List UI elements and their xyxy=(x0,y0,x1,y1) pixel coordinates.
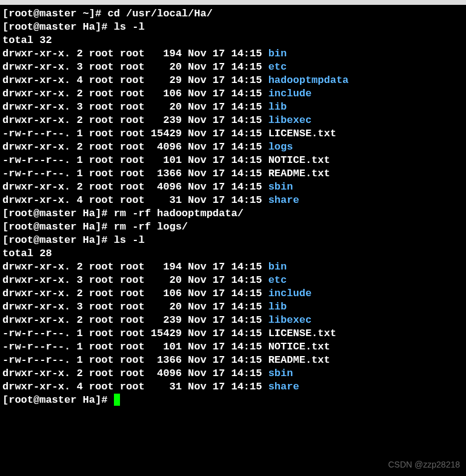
file-permissions: drwxr-xr-x. 2 root root 194 Nov 17 14:15 xyxy=(2,48,268,59)
file-name: README.txt xyxy=(268,168,330,179)
prompt: [root@master Ha]# xyxy=(2,234,114,246)
directory-name: sbin xyxy=(268,368,293,379)
file-permissions: -rw-r--r--. 1 root root 1366 Nov 17 14:1… xyxy=(2,168,268,179)
watermark-text: CSDN @zzp28218 xyxy=(388,458,461,471)
file-permissions: drwxr-xr-x. 4 root root 31 Nov 17 14:15 xyxy=(2,381,268,392)
list-item: drwxr-xr-x. 2 root root 4096 Nov 17 14:1… xyxy=(2,140,464,154)
file-name: NOTICE.txt xyxy=(268,341,330,352)
file-permissions: drwxr-xr-x. 4 root root 31 Nov 17 14:15 xyxy=(2,194,268,206)
directory-name: lib xyxy=(268,101,287,113)
directory-name: libexec xyxy=(268,114,311,126)
directory-name: logs xyxy=(268,141,293,153)
directory-name: etc xyxy=(268,274,287,286)
command-line: [root@master Ha]# rm -rf hadooptmpdata/ xyxy=(2,207,464,220)
file-permissions: drwxr-xr-x. 2 root root 194 Nov 17 14:15 xyxy=(2,261,268,273)
file-permissions: drwxr-xr-x. 2 root root 239 Nov 17 14:15 xyxy=(2,114,268,126)
prompt: [root@master Ha]# xyxy=(2,208,114,219)
terminal-window[interactable]: [root@master ~]# cd /usr/local/Ha/ [root… xyxy=(0,0,466,476)
command-text: rm -rf logs/ xyxy=(114,221,188,233)
list-item: -rw-r--r--. 1 root root 15429 Nov 17 14:… xyxy=(2,327,464,340)
total-line: total 32 xyxy=(2,34,464,47)
file-permissions: drwxr-xr-x. 2 root root 4096 Nov 17 14:1… xyxy=(2,141,268,153)
directory-name: share xyxy=(268,194,299,206)
list-item: drwxr-xr-x. 2 root root 239 Nov 17 14:15… xyxy=(2,114,464,127)
list-item: drwxr-xr-x. 3 root root 20 Nov 17 14:15 … xyxy=(2,300,464,314)
file-permissions: -rw-r--r--. 1 root root 15429 Nov 17 14:… xyxy=(2,328,268,339)
file-listing: drwxr-xr-x. 2 root root 194 Nov 17 14:15… xyxy=(2,260,464,394)
list-item: -rw-r--r--. 1 root root 15429 Nov 17 14:… xyxy=(2,127,464,140)
prompt: [root@master Ha]# xyxy=(2,21,114,33)
command-line: [root@master Ha]# xyxy=(2,394,464,407)
list-item: drwxr-xr-x. 2 root root 239 Nov 17 14:15… xyxy=(2,314,464,327)
file-permissions: -rw-r--r--. 1 root root 101 Nov 17 14:15 xyxy=(2,154,268,166)
file-permissions: -rw-r--r--. 1 root root 1366 Nov 17 14:1… xyxy=(2,354,268,366)
list-item: drwxr-xr-x. 3 root root 20 Nov 17 14:15 … xyxy=(2,101,464,114)
list-item: -rw-r--r--. 1 root root 101 Nov 17 14:15… xyxy=(2,154,464,167)
file-listing: drwxr-xr-x. 2 root root 194 Nov 17 14:15… xyxy=(2,47,464,207)
command-line: [root@master Ha]# ls -l xyxy=(2,234,464,247)
file-permissions: drwxr-xr-x. 3 root root 20 Nov 17 14:15 xyxy=(2,274,268,286)
command-line: [root@master Ha]# rm -rf logs/ xyxy=(2,220,464,234)
prompt: [root@master ~]# xyxy=(2,8,107,19)
command-line: [root@master Ha]# ls -l xyxy=(2,21,464,34)
directory-name: bin xyxy=(268,261,287,273)
directory-name: lib xyxy=(268,301,287,312)
file-name: NOTICE.txt xyxy=(268,154,330,166)
list-item: drwxr-xr-x. 2 root root 4096 Nov 17 14:1… xyxy=(2,180,464,194)
file-permissions: drwxr-xr-x. 3 root root 20 Nov 17 14:15 xyxy=(2,101,268,113)
file-permissions: drwxr-xr-x. 3 root root 20 Nov 17 14:15 xyxy=(2,61,268,73)
directory-name: etc xyxy=(268,61,287,73)
file-permissions: drwxr-xr-x. 2 root root 106 Nov 17 14:15 xyxy=(2,288,268,299)
directory-name: libexec xyxy=(268,314,311,326)
list-item: -rw-r--r--. 1 root root 1366 Nov 17 14:1… xyxy=(2,354,464,367)
list-item: drwxr-xr-x. 4 root root 29 Nov 17 14:15 … xyxy=(2,74,464,87)
file-permissions: drwxr-xr-x. 2 root root 4096 Nov 17 14:1… xyxy=(2,368,268,379)
list-item: -rw-r--r--. 1 root root 1366 Nov 17 14:1… xyxy=(2,167,464,180)
total-line: total 28 xyxy=(2,247,464,260)
file-name: LICENSE.txt xyxy=(268,328,336,339)
file-permissions: drwxr-xr-x. 2 root root 4096 Nov 17 14:1… xyxy=(2,181,268,193)
file-permissions: -rw-r--r--. 1 root root 101 Nov 17 14:15 xyxy=(2,341,268,352)
directory-name: include xyxy=(268,288,311,299)
list-item: drwxr-xr-x. 2 root root 106 Nov 17 14:15… xyxy=(2,87,464,101)
list-item: drwxr-xr-x. 4 root root 31 Nov 17 14:15 … xyxy=(2,380,464,394)
directory-name: share xyxy=(268,381,299,392)
file-name: README.txt xyxy=(268,354,330,366)
file-permissions: drwxr-xr-x. 4 root root 29 Nov 17 14:15 xyxy=(2,74,268,86)
list-item: drwxr-xr-x. 2 root root 106 Nov 17 14:15… xyxy=(2,287,464,300)
file-permissions: drwxr-xr-x. 2 root root 239 Nov 17 14:15 xyxy=(2,314,268,326)
command-text: cd /usr/local/Ha/ xyxy=(107,8,212,19)
file-permissions: drwxr-xr-x. 2 root root 106 Nov 17 14:15 xyxy=(2,88,268,99)
list-item: drwxr-xr-x. 2 root root 194 Nov 17 14:15… xyxy=(2,260,464,274)
command-text: ls -l xyxy=(114,21,145,33)
file-permissions: drwxr-xr-x. 3 root root 20 Nov 17 14:15 xyxy=(2,301,268,312)
directory-name: sbin xyxy=(268,181,293,193)
list-item: drwxr-xr-x. 2 root root 194 Nov 17 14:15… xyxy=(2,47,464,61)
command-text: rm -rf hadooptmpdata/ xyxy=(114,208,244,219)
command-line: [root@master ~]# cd /usr/local/Ha/ xyxy=(2,7,464,21)
list-item: drwxr-xr-x. 3 root root 20 Nov 17 14:15 … xyxy=(2,274,464,287)
file-permissions: -rw-r--r--. 1 root root 15429 Nov 17 14:… xyxy=(2,128,268,139)
cursor-icon xyxy=(114,394,120,406)
directory-name: bin xyxy=(268,48,287,59)
list-item: drwxr-xr-x. 4 root root 31 Nov 17 14:15 … xyxy=(2,194,464,207)
directory-name: hadooptmpdata xyxy=(268,74,349,86)
file-name: LICENSE.txt xyxy=(268,128,336,139)
list-item: drwxr-xr-x. 3 root root 20 Nov 17 14:15 … xyxy=(2,61,464,74)
prompt: [root@master Ha]# xyxy=(2,221,114,233)
list-item: drwxr-xr-x. 2 root root 4096 Nov 17 14:1… xyxy=(2,367,464,380)
prompt: [root@master Ha]# xyxy=(2,394,114,406)
directory-name: include xyxy=(268,88,311,99)
list-item: -rw-r--r--. 1 root root 101 Nov 17 14:15… xyxy=(2,340,464,354)
command-text: ls -l xyxy=(114,234,145,246)
